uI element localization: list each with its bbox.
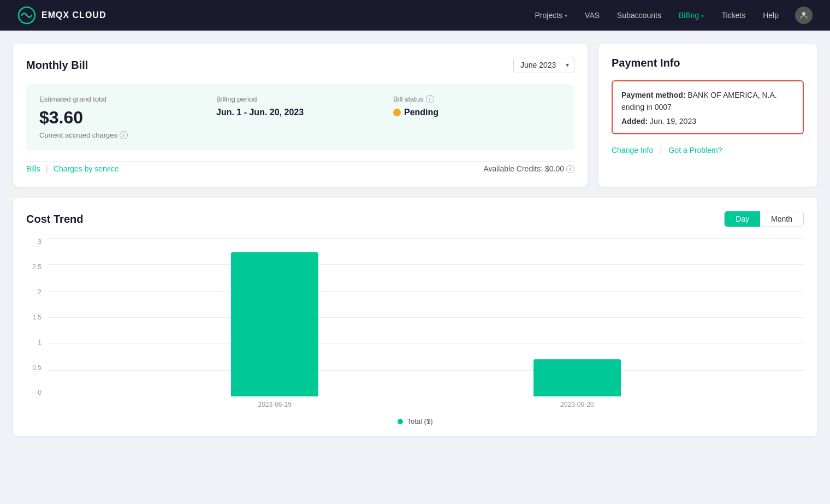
cost-trend-header: Cost Trend Day Month <box>26 211 804 227</box>
bill-status-label: Bill status i <box>393 95 561 103</box>
payment-added-value: Jun. 19, 2023 <box>650 117 696 126</box>
amount-value: $3.60 <box>39 108 208 128</box>
avatar[interactable] <box>795 7 813 24</box>
tab-divider: | <box>46 164 48 174</box>
estimated-total-item: Estimated grand total $3.60 Current accr… <box>39 95 208 139</box>
toggle-day-button[interactable]: Day <box>725 211 760 227</box>
bill-status-item: Bill status i Pending <box>393 95 561 139</box>
pending-dot <box>393 109 401 116</box>
nav-billing[interactable]: Billing ▾ <box>671 7 712 24</box>
cost-trend-title: Cost Trend <box>26 213 83 226</box>
payment-info-card: Payment Info Payment method: BANK OF AME… <box>598 44 817 187</box>
nav-logo[interactable]: EMQX CLOUD <box>17 6 106 25</box>
y-label-2: 2 <box>38 288 42 296</box>
payment-info-title: Payment Info <box>612 57 680 69</box>
chart-area: 2023-06-19 2023-06-20 <box>48 238 804 413</box>
action-divider: | <box>660 145 662 155</box>
chevron-down-icon: ▾ <box>565 13 567 19</box>
x-label-1: 2023-06-19 <box>258 401 292 413</box>
got-problem-link[interactable]: Got a Problem? <box>668 146 722 155</box>
nav-subaccounts[interactable]: Subaccounts <box>609 7 669 24</box>
bill-footer: Bills | Charges by service Available Cre… <box>26 161 574 174</box>
nav-vas[interactable]: VAS <box>577 7 607 24</box>
change-info-link[interactable]: Change Info <box>612 146 653 155</box>
payment-method-label: Payment method: <box>621 91 685 99</box>
chart-grid <box>48 238 804 396</box>
nav-tickets[interactable]: Tickets <box>714 7 753 24</box>
bar-jun19 <box>231 252 318 396</box>
credits-text: Available Credits: $0.00 i <box>483 164 574 173</box>
tab-charges[interactable]: Charges by service <box>54 164 119 173</box>
nav-projects[interactable]: Projects ▾ <box>527 7 576 24</box>
card-header-row: Monthly Bill June 2023 May 2023 April 20… <box>26 57 574 73</box>
chevron-down-icon-billing: ▾ <box>701 13 704 19</box>
tab-bills[interactable]: Bills <box>26 164 40 173</box>
bill-status-info-icon[interactable]: i <box>426 95 434 103</box>
monthly-bill-card: Monthly Bill June 2023 May 2023 April 20… <box>13 44 588 187</box>
payment-added-label: Added: <box>621 117 648 126</box>
payment-card-header: Payment Info <box>612 57 804 69</box>
y-label-0: 0 <box>38 389 42 396</box>
credits-info-icon[interactable]: i <box>566 165 574 173</box>
y-label-0-5: 0.5 <box>32 364 42 371</box>
nav-help[interactable]: Help <box>755 7 786 24</box>
billing-period-item: Billing period Jun. 1 - Jun. 20, 2023 <box>216 95 384 139</box>
chart-container: 3 2.5 2 1.5 1 0.5 0 <box>26 238 804 413</box>
trend-toggle: Day Month <box>724 211 804 227</box>
bill-summary: Estimated grand total $3.60 Current accr… <box>26 84 574 150</box>
svg-point-1 <box>802 12 805 15</box>
month-select[interactable]: June 2023 May 2023 April 2023 <box>513 57 574 73</box>
y-label-1-5: 1.5 <box>32 313 42 321</box>
y-label-2-5: 2.5 <box>32 263 42 271</box>
billing-period-label: Billing period <box>216 95 384 103</box>
bars-container <box>48 238 804 396</box>
chart-legend: Total ($) <box>26 417 804 425</box>
legend-dot <box>398 419 403 424</box>
month-select-wrapper[interactable]: June 2023 May 2023 April 2023 <box>513 57 574 73</box>
accrued-label: Current accrued charges i <box>39 131 208 139</box>
bill-tabs: Bills | Charges by service <box>26 164 119 174</box>
monthly-bill-title: Monthly Bill <box>26 59 88 72</box>
app-name: EMQX CLOUD <box>42 10 106 20</box>
toggle-month-button[interactable]: Month <box>760 211 803 227</box>
x-label-2: 2023-06-20 <box>560 401 594 413</box>
payment-box: Payment method: BANK OF AMERICA, N.A. en… <box>612 80 804 134</box>
payment-actions: Change Info | Got a Problem? <box>612 145 804 155</box>
estimated-label: Estimated grand total <box>39 95 208 103</box>
page-content: Monthly Bill June 2023 May 2023 April 20… <box>0 31 830 449</box>
cost-trend-card: Cost Trend Day Month 3 2.5 2 1.5 1 0.5 0 <box>13 198 817 436</box>
y-label-3: 3 <box>38 238 42 246</box>
navbar: EMQX CLOUD Projects ▾ VAS Subaccounts Bi… <box>0 0 830 31</box>
bar-jun20 <box>533 359 621 396</box>
chart-x-labels: 2023-06-19 2023-06-20 <box>48 396 804 413</box>
bar-group-1 <box>231 252 318 396</box>
nav-links: Projects ▾ VAS Subaccounts Billing ▾ Tic… <box>527 7 787 24</box>
status-badge: Pending <box>393 108 561 117</box>
accrued-info-icon[interactable]: i <box>120 131 128 139</box>
bar-group-2 <box>533 359 621 396</box>
y-label-1: 1 <box>38 339 42 346</box>
payment-method-text: Payment method: BANK OF AMERICA, N.A. en… <box>621 89 794 114</box>
payment-added-text: Added: Jun. 19, 2023 <box>621 117 794 126</box>
billing-period-value: Jun. 1 - Jun. 20, 2023 <box>216 108 384 117</box>
legend-text: Total ($) <box>407 417 433 425</box>
chart-y-axis: 3 2.5 2 1.5 1 0.5 0 <box>26 238 48 413</box>
